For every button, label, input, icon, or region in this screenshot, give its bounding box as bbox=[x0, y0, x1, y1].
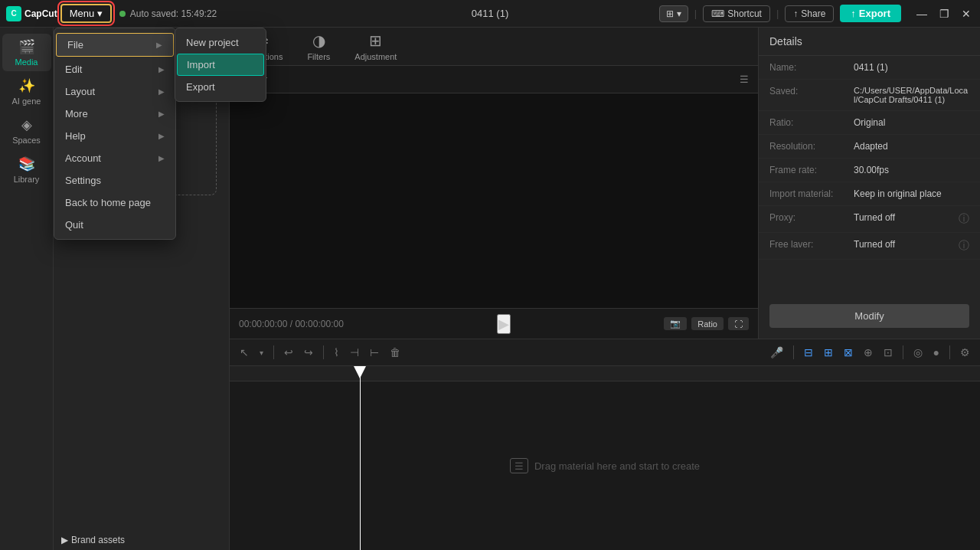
submenu-export[interactable]: Export bbox=[175, 76, 266, 98]
settings-label: Settings bbox=[65, 175, 101, 186]
file-menu: File ▶ Edit ▶ Layout ▶ More ▶ Help ▶ Acc… bbox=[54, 28, 176, 240]
account-arrow: ▶ bbox=[158, 154, 165, 162]
submenu-new-project[interactable]: New project bbox=[175, 31, 266, 54]
menu-item-account[interactable]: Account ▶ bbox=[54, 147, 175, 169]
menu-item-more[interactable]: More ▶ bbox=[54, 103, 175, 125]
submenu-import[interactable]: Import bbox=[177, 54, 264, 76]
help-arrow: ▶ bbox=[158, 132, 165, 140]
menu-item-file[interactable]: File ▶ bbox=[56, 33, 174, 57]
export-label: Export bbox=[186, 81, 215, 93]
menu-item-settings[interactable]: Settings bbox=[54, 169, 175, 192]
menu-item-edit[interactable]: Edit ▶ bbox=[54, 58, 175, 80]
file-arrow: ▶ bbox=[156, 41, 162, 49]
layout-arrow: ▶ bbox=[158, 87, 165, 96]
file-label: File bbox=[67, 39, 83, 51]
edit-label: Edit bbox=[65, 64, 82, 75]
edit-arrow: ▶ bbox=[158, 65, 165, 74]
import-label: Import bbox=[187, 59, 215, 70]
menu-overlay: File ▶ Edit ▶ Layout ▶ More ▶ Help ▶ Acc… bbox=[0, 0, 980, 550]
menu-item-help[interactable]: Help ▶ bbox=[54, 125, 175, 147]
file-submenu: New project Import Export bbox=[175, 28, 266, 102]
menu-item-back-home[interactable]: Back to home page bbox=[54, 192, 175, 214]
layout-label: Layout bbox=[65, 86, 95, 97]
more-arrow: ▶ bbox=[158, 110, 165, 118]
quit-label: Quit bbox=[65, 219, 83, 231]
back-home-label: Back to home page bbox=[65, 197, 151, 208]
account-label: Account bbox=[65, 152, 101, 164]
more-label: More bbox=[65, 108, 88, 119]
menu-item-quit[interactable]: Quit bbox=[54, 214, 175, 236]
menu-item-layout[interactable]: Layout ▶ bbox=[54, 80, 175, 103]
new-project-label: New project bbox=[186, 37, 239, 48]
help-label: Help bbox=[65, 130, 86, 142]
